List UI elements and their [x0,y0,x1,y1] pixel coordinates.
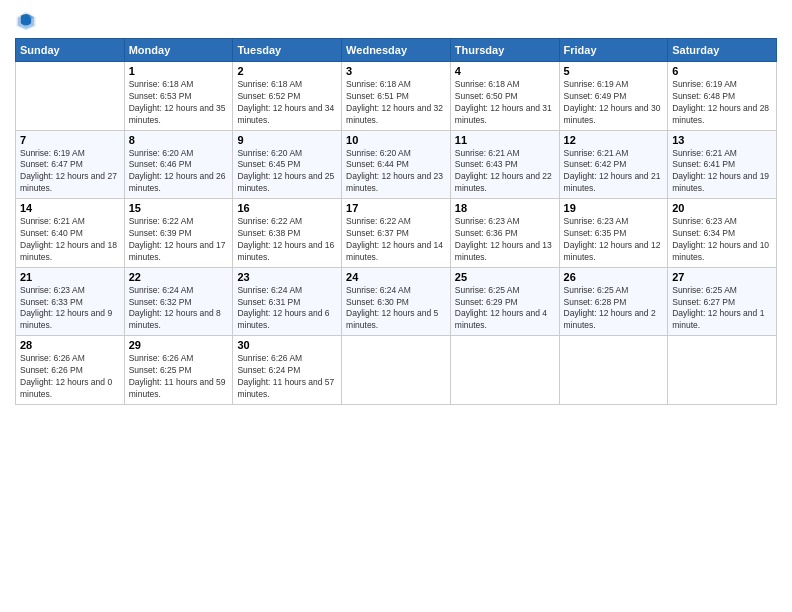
day-number: 14 [20,202,120,214]
cell-info: Sunrise: 6:21 AMSunset: 6:41 PMDaylight:… [672,148,772,196]
calendar-cell: 28Sunrise: 6:26 AMSunset: 6:26 PMDayligh… [16,336,125,405]
weekday-header-sunday: Sunday [16,39,125,62]
day-number: 23 [237,271,337,283]
day-number: 7 [20,134,120,146]
calendar-cell [450,336,559,405]
day-number: 26 [564,271,664,283]
calendar-cell: 18Sunrise: 6:23 AMSunset: 6:36 PMDayligh… [450,199,559,268]
day-number: 10 [346,134,446,146]
weekday-header-friday: Friday [559,39,668,62]
calendar-cell: 17Sunrise: 6:22 AMSunset: 6:37 PMDayligh… [342,199,451,268]
day-number: 6 [672,65,772,77]
day-number: 18 [455,202,555,214]
calendar-cell: 24Sunrise: 6:24 AMSunset: 6:30 PMDayligh… [342,267,451,336]
calendar-cell: 16Sunrise: 6:22 AMSunset: 6:38 PMDayligh… [233,199,342,268]
day-number: 8 [129,134,229,146]
day-number: 19 [564,202,664,214]
week-row-0: 1Sunrise: 6:18 AMSunset: 6:53 PMDaylight… [16,62,777,131]
day-number: 2 [237,65,337,77]
cell-info: Sunrise: 6:20 AMSunset: 6:44 PMDaylight:… [346,148,446,196]
calendar-cell: 29Sunrise: 6:26 AMSunset: 6:25 PMDayligh… [124,336,233,405]
day-number: 3 [346,65,446,77]
calendar-header: SundayMondayTuesdayWednesdayThursdayFrid… [16,39,777,62]
calendar-cell: 4Sunrise: 6:18 AMSunset: 6:50 PMDaylight… [450,62,559,131]
calendar-cell: 15Sunrise: 6:22 AMSunset: 6:39 PMDayligh… [124,199,233,268]
week-row-1: 7Sunrise: 6:19 AMSunset: 6:47 PMDaylight… [16,130,777,199]
day-number: 21 [20,271,120,283]
day-number: 22 [129,271,229,283]
cell-info: Sunrise: 6:20 AMSunset: 6:46 PMDaylight:… [129,148,229,196]
cell-info: Sunrise: 6:23 AMSunset: 6:34 PMDaylight:… [672,216,772,264]
calendar-cell: 7Sunrise: 6:19 AMSunset: 6:47 PMDaylight… [16,130,125,199]
calendar-cell [559,336,668,405]
day-number: 27 [672,271,772,283]
cell-info: Sunrise: 6:24 AMSunset: 6:32 PMDaylight:… [129,285,229,333]
cell-info: Sunrise: 6:21 AMSunset: 6:42 PMDaylight:… [564,148,664,196]
calendar-table: SundayMondayTuesdayWednesdayThursdayFrid… [15,38,777,405]
cell-info: Sunrise: 6:21 AMSunset: 6:40 PMDaylight:… [20,216,120,264]
calendar-cell: 8Sunrise: 6:20 AMSunset: 6:46 PMDaylight… [124,130,233,199]
cell-info: Sunrise: 6:22 AMSunset: 6:39 PMDaylight:… [129,216,229,264]
weekday-header-wednesday: Wednesday [342,39,451,62]
cell-info: Sunrise: 6:23 AMSunset: 6:33 PMDaylight:… [20,285,120,333]
calendar-cell: 11Sunrise: 6:21 AMSunset: 6:43 PMDayligh… [450,130,559,199]
weekday-row: SundayMondayTuesdayWednesdayThursdayFrid… [16,39,777,62]
cell-info: Sunrise: 6:24 AMSunset: 6:31 PMDaylight:… [237,285,337,333]
calendar-cell: 23Sunrise: 6:24 AMSunset: 6:31 PMDayligh… [233,267,342,336]
cell-info: Sunrise: 6:21 AMSunset: 6:43 PMDaylight:… [455,148,555,196]
logo-icon [15,10,37,32]
calendar-cell: 5Sunrise: 6:19 AMSunset: 6:49 PMDaylight… [559,62,668,131]
cell-info: Sunrise: 6:20 AMSunset: 6:45 PMDaylight:… [237,148,337,196]
calendar-cell: 3Sunrise: 6:18 AMSunset: 6:51 PMDaylight… [342,62,451,131]
cell-info: Sunrise: 6:19 AMSunset: 6:48 PMDaylight:… [672,79,772,127]
cell-info: Sunrise: 6:26 AMSunset: 6:26 PMDaylight:… [20,353,120,401]
cell-info: Sunrise: 6:22 AMSunset: 6:37 PMDaylight:… [346,216,446,264]
calendar-cell: 12Sunrise: 6:21 AMSunset: 6:42 PMDayligh… [559,130,668,199]
weekday-header-thursday: Thursday [450,39,559,62]
calendar-cell: 21Sunrise: 6:23 AMSunset: 6:33 PMDayligh… [16,267,125,336]
calendar-cell [16,62,125,131]
calendar-cell: 14Sunrise: 6:21 AMSunset: 6:40 PMDayligh… [16,199,125,268]
cell-info: Sunrise: 6:18 AMSunset: 6:51 PMDaylight:… [346,79,446,127]
cell-info: Sunrise: 6:24 AMSunset: 6:30 PMDaylight:… [346,285,446,333]
week-row-2: 14Sunrise: 6:21 AMSunset: 6:40 PMDayligh… [16,199,777,268]
day-number: 17 [346,202,446,214]
calendar-cell: 13Sunrise: 6:21 AMSunset: 6:41 PMDayligh… [668,130,777,199]
calendar-cell: 26Sunrise: 6:25 AMSunset: 6:28 PMDayligh… [559,267,668,336]
calendar-cell: 27Sunrise: 6:25 AMSunset: 6:27 PMDayligh… [668,267,777,336]
cell-info: Sunrise: 6:18 AMSunset: 6:53 PMDaylight:… [129,79,229,127]
weekday-header-monday: Monday [124,39,233,62]
calendar-cell: 30Sunrise: 6:26 AMSunset: 6:24 PMDayligh… [233,336,342,405]
week-row-4: 28Sunrise: 6:26 AMSunset: 6:26 PMDayligh… [16,336,777,405]
cell-info: Sunrise: 6:23 AMSunset: 6:35 PMDaylight:… [564,216,664,264]
calendar-cell [342,336,451,405]
calendar-body: 1Sunrise: 6:18 AMSunset: 6:53 PMDaylight… [16,62,777,405]
cell-info: Sunrise: 6:19 AMSunset: 6:49 PMDaylight:… [564,79,664,127]
day-number: 11 [455,134,555,146]
week-row-3: 21Sunrise: 6:23 AMSunset: 6:33 PMDayligh… [16,267,777,336]
calendar-cell: 19Sunrise: 6:23 AMSunset: 6:35 PMDayligh… [559,199,668,268]
day-number: 20 [672,202,772,214]
day-number: 1 [129,65,229,77]
weekday-header-tuesday: Tuesday [233,39,342,62]
day-number: 12 [564,134,664,146]
header [15,10,777,32]
day-number: 9 [237,134,337,146]
logo [15,10,41,32]
day-number: 28 [20,339,120,351]
cell-info: Sunrise: 6:19 AMSunset: 6:47 PMDaylight:… [20,148,120,196]
cell-info: Sunrise: 6:26 AMSunset: 6:24 PMDaylight:… [237,353,337,401]
cell-info: Sunrise: 6:26 AMSunset: 6:25 PMDaylight:… [129,353,229,401]
calendar-cell [668,336,777,405]
cell-info: Sunrise: 6:18 AMSunset: 6:50 PMDaylight:… [455,79,555,127]
day-number: 5 [564,65,664,77]
day-number: 4 [455,65,555,77]
cell-info: Sunrise: 6:25 AMSunset: 6:29 PMDaylight:… [455,285,555,333]
day-number: 16 [237,202,337,214]
calendar-cell: 1Sunrise: 6:18 AMSunset: 6:53 PMDaylight… [124,62,233,131]
calendar-cell: 20Sunrise: 6:23 AMSunset: 6:34 PMDayligh… [668,199,777,268]
day-number: 15 [129,202,229,214]
day-number: 30 [237,339,337,351]
cell-info: Sunrise: 6:18 AMSunset: 6:52 PMDaylight:… [237,79,337,127]
calendar-cell: 10Sunrise: 6:20 AMSunset: 6:44 PMDayligh… [342,130,451,199]
